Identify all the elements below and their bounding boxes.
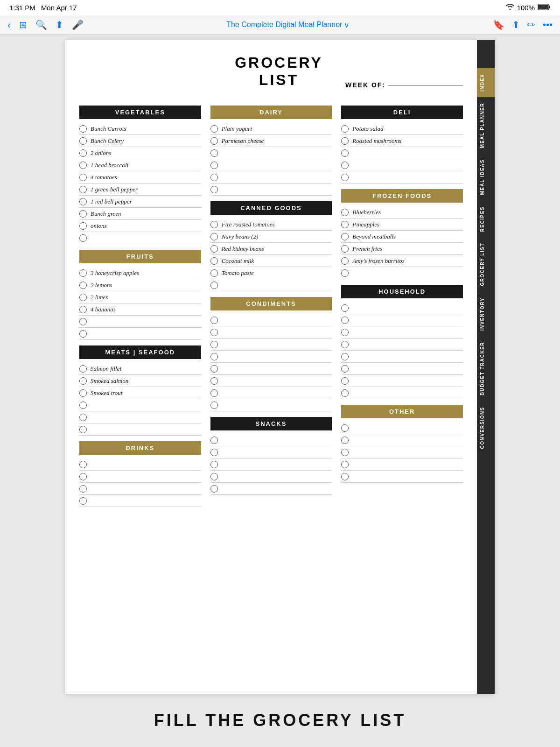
list-item[interactable]: Beyond meatballs <box>341 231 463 243</box>
list-item[interactable]: Smoked salmon <box>79 375 201 387</box>
check-circle[interactable] <box>210 245 218 253</box>
check-circle[interactable] <box>210 365 218 373</box>
list-item[interactable] <box>341 471 463 483</box>
list-item[interactable] <box>341 351 463 363</box>
check-circle[interactable] <box>341 317 349 324</box>
check-circle[interactable] <box>210 269 218 277</box>
list-item[interactable] <box>79 423 201 436</box>
tab-recipes[interactable]: RECIPES <box>477 201 495 237</box>
tab-inventory[interactable]: INVENTORY <box>477 292 495 336</box>
check-circle[interactable] <box>341 245 349 253</box>
check-circle[interactable] <box>210 461 218 468</box>
check-circle[interactable] <box>79 402 87 409</box>
check-circle[interactable] <box>341 341 349 348</box>
check-circle[interactable] <box>79 485 87 493</box>
list-item[interactable]: Amy's frozen burritos <box>341 255 463 267</box>
check-circle[interactable] <box>79 234 87 242</box>
list-item[interactable]: 2 lemons <box>79 279 201 291</box>
check-circle[interactable] <box>210 162 218 169</box>
list-item[interactable]: 1 head broccoli <box>79 159 201 171</box>
check-circle[interactable] <box>210 353 218 360</box>
list-item[interactable] <box>341 159 463 171</box>
list-item[interactable] <box>341 171 463 183</box>
list-item[interactable]: Potato salad <box>341 123 463 135</box>
list-item[interactable] <box>210 183 332 196</box>
check-circle[interactable] <box>79 318 87 325</box>
tab-grocery-list[interactable]: GROCERY LIST <box>477 237 495 291</box>
list-item[interactable] <box>79 316 201 328</box>
back-icon[interactable]: ‹ <box>7 20 11 30</box>
check-circle[interactable] <box>210 174 218 181</box>
list-item[interactable]: French fries <box>341 243 463 255</box>
list-item[interactable] <box>79 399 201 411</box>
check-circle[interactable] <box>79 269 87 277</box>
check-circle[interactable] <box>341 304 349 312</box>
check-circle[interactable] <box>79 294 87 301</box>
check-circle[interactable] <box>210 449 218 456</box>
list-item[interactable]: Bunch green <box>79 208 201 220</box>
list-item[interactable] <box>210 471 332 483</box>
check-circle[interactable] <box>341 377 349 385</box>
check-circle[interactable] <box>341 233 349 240</box>
check-circle[interactable] <box>79 473 87 480</box>
list-item[interactable] <box>210 171 332 183</box>
check-circle[interactable] <box>341 353 349 360</box>
list-item[interactable] <box>341 434 463 446</box>
check-circle[interactable] <box>210 137 218 145</box>
list-item[interactable]: 1 red bell pepper <box>79 196 201 208</box>
check-circle[interactable] <box>79 162 87 169</box>
list-item[interactable] <box>341 326 463 338</box>
list-item[interactable] <box>210 483 332 495</box>
check-circle[interactable] <box>79 426 87 433</box>
list-item[interactable] <box>341 338 463 351</box>
list-item[interactable] <box>210 279 332 291</box>
list-item[interactable] <box>210 446 332 458</box>
check-circle[interactable] <box>79 125 87 133</box>
list-item[interactable] <box>210 159 332 171</box>
list-item[interactable]: Navy beans (2) <box>210 231 332 243</box>
list-item[interactable]: 2 onions <box>79 147 201 159</box>
list-item[interactable] <box>210 147 332 159</box>
list-item[interactable]: 1 green bell pepper <box>79 183 201 196</box>
check-circle[interactable] <box>210 317 218 324</box>
list-item[interactable] <box>210 458 332 471</box>
check-circle[interactable] <box>341 389 349 397</box>
check-circle[interactable] <box>341 449 349 456</box>
list-item[interactable] <box>341 446 463 458</box>
check-circle[interactable] <box>341 149 349 157</box>
list-item[interactable]: Bunch Celery <box>79 135 201 147</box>
check-circle[interactable] <box>210 377 218 385</box>
check-circle[interactable] <box>341 221 349 228</box>
check-circle[interactable] <box>210 125 218 133</box>
list-item[interactable] <box>341 147 463 159</box>
list-item[interactable] <box>210 434 332 446</box>
check-circle[interactable] <box>341 365 349 373</box>
check-circle[interactable] <box>341 257 349 265</box>
check-circle[interactable] <box>210 221 218 228</box>
list-item[interactable] <box>210 399 332 411</box>
check-circle[interactable] <box>341 162 349 169</box>
check-circle[interactable] <box>341 137 349 145</box>
check-circle[interactable] <box>210 233 218 240</box>
check-circle[interactable] <box>341 461 349 468</box>
check-circle[interactable] <box>79 377 87 385</box>
check-circle[interactable] <box>79 210 87 218</box>
check-circle[interactable] <box>79 282 87 289</box>
list-item[interactable] <box>210 375 332 387</box>
check-circle[interactable] <box>341 209 349 216</box>
list-item[interactable] <box>79 328 201 340</box>
check-circle[interactable] <box>79 497 87 505</box>
check-circle[interactable] <box>210 329 218 336</box>
mic-icon[interactable]: 🎤 <box>72 19 84 30</box>
check-circle[interactable] <box>210 437 218 444</box>
check-circle[interactable] <box>79 137 87 145</box>
list-item[interactable]: Tomato paste <box>210 267 332 279</box>
list-item[interactable]: Salmon fillet <box>79 363 201 375</box>
export-icon[interactable]: ⬆ <box>512 19 520 30</box>
check-circle[interactable] <box>79 222 87 230</box>
list-item[interactable]: Coconut milk <box>210 255 332 267</box>
check-circle[interactable] <box>210 485 218 493</box>
list-item[interactable] <box>210 314 332 326</box>
list-item[interactable]: Bunch Carrots <box>79 123 201 135</box>
check-circle[interactable] <box>210 257 218 265</box>
